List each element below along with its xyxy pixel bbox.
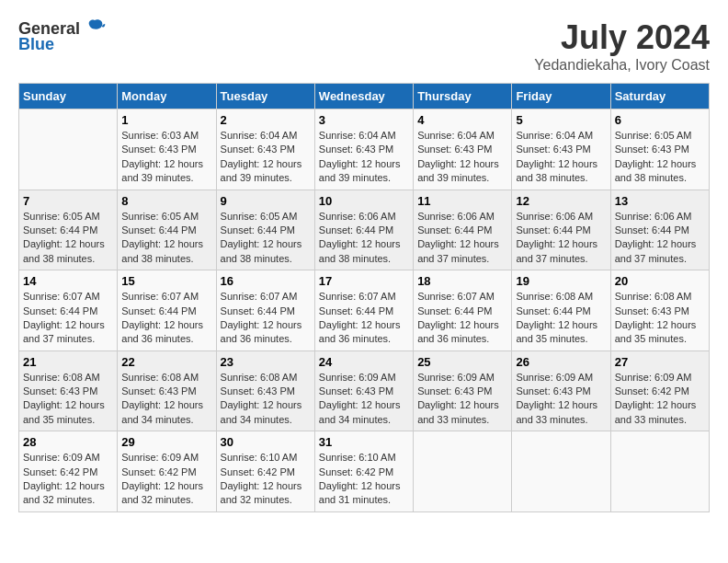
day-info: Sunrise: 6:08 AM Sunset: 6:43 PM Dayligh… [615,290,705,347]
calendar-week-row: 28Sunrise: 6:09 AM Sunset: 6:42 PM Dayli… [19,431,710,512]
calendar-cell: 19Sunrise: 6:08 AM Sunset: 6:44 PM Dayli… [512,270,610,351]
day-number: 25 [417,355,507,369]
day-number: 24 [319,355,409,369]
calendar-cell: 20Sunrise: 6:08 AM Sunset: 6:43 PM Dayli… [610,270,709,351]
day-info: Sunrise: 6:09 AM Sunset: 6:42 PM Dayligh… [615,371,705,428]
calendar-cell: 14Sunrise: 6:07 AM Sunset: 6:44 PM Dayli… [19,270,118,351]
day-info: Sunrise: 6:07 AM Sunset: 6:44 PM Dayligh… [417,290,507,347]
day-number: 23 [221,355,311,369]
day-number: 27 [615,355,705,369]
calendar-cell: 1Sunrise: 6:03 AM Sunset: 6:43 PM Daylig… [118,109,216,190]
title-area: July 2024 Yedandiekaha, Ivory Coast [534,18,710,74]
calendar-cell: 7Sunrise: 6:05 AM Sunset: 6:44 PM Daylig… [19,190,118,270]
calendar-cell: 3Sunrise: 6:04 AM Sunset: 6:43 PM Daylig… [314,109,413,190]
day-number: 17 [319,274,409,288]
day-info: Sunrise: 6:07 AM Sunset: 6:44 PM Dayligh… [319,290,409,347]
day-number: 14 [23,274,113,288]
day-info: Sunrise: 6:04 AM Sunset: 6:43 PM Dayligh… [221,129,311,186]
col-header-saturday: Saturday [610,84,709,109]
calendar-cell: 2Sunrise: 6:04 AM Sunset: 6:43 PM Daylig… [216,109,314,190]
day-number: 1 [121,113,211,127]
day-info: Sunrise: 6:09 AM Sunset: 6:43 PM Dayligh… [417,371,507,428]
day-number: 16 [221,274,311,288]
day-info: Sunrise: 6:09 AM Sunset: 6:42 PM Dayligh… [23,451,113,508]
calendar-cell [512,431,610,512]
day-info: Sunrise: 6:07 AM Sunset: 6:44 PM Dayligh… [23,290,113,347]
calendar-cell: 23Sunrise: 6:08 AM Sunset: 6:43 PM Dayli… [216,350,314,431]
calendar-cell: 30Sunrise: 6:10 AM Sunset: 6:42 PM Dayli… [216,431,314,512]
calendar-week-row: 14Sunrise: 6:07 AM Sunset: 6:44 PM Dayli… [19,270,710,351]
day-number: 30 [221,435,311,449]
calendar-week-row: 7Sunrise: 6:05 AM Sunset: 6:44 PM Daylig… [19,190,710,270]
calendar-cell: 31Sunrise: 6:10 AM Sunset: 6:42 PM Dayli… [314,431,413,512]
calendar-cell: 18Sunrise: 6:07 AM Sunset: 6:44 PM Dayli… [414,270,512,351]
calendar-cell [19,109,118,190]
day-info: Sunrise: 6:09 AM Sunset: 6:43 PM Dayligh… [516,371,606,428]
day-number: 28 [23,435,113,449]
day-info: Sunrise: 6:06 AM Sunset: 6:44 PM Dayligh… [417,210,507,267]
calendar-header-row: SundayMondayTuesdayWednesdayThursdayFrid… [19,84,710,109]
day-info: Sunrise: 6:05 AM Sunset: 6:44 PM Dayligh… [221,210,311,267]
month-year: July 2024 [534,18,710,57]
calendar-cell: 15Sunrise: 6:07 AM Sunset: 6:44 PM Dayli… [118,270,216,351]
day-number: 22 [121,355,211,369]
calendar-cell [610,431,709,512]
logo-bird-icon [84,18,106,39]
day-number: 21 [23,355,113,369]
day-number: 9 [221,194,311,208]
calendar-cell: 5Sunrise: 6:04 AM Sunset: 6:43 PM Daylig… [512,109,610,190]
day-number: 20 [615,274,705,288]
day-number: 26 [516,355,606,369]
calendar-cell: 4Sunrise: 6:04 AM Sunset: 6:43 PM Daylig… [414,109,512,190]
day-number: 7 [23,194,113,208]
calendar-cell: 24Sunrise: 6:09 AM Sunset: 6:43 PM Dayli… [314,350,413,431]
day-info: Sunrise: 6:05 AM Sunset: 6:44 PM Dayligh… [23,210,113,267]
calendar-cell: 11Sunrise: 6:06 AM Sunset: 6:44 PM Dayli… [414,190,512,270]
col-header-friday: Friday [512,84,610,109]
calendar-cell: 28Sunrise: 6:09 AM Sunset: 6:42 PM Dayli… [19,431,118,512]
day-number: 31 [319,435,409,449]
day-number: 15 [121,274,211,288]
calendar-cell: 25Sunrise: 6:09 AM Sunset: 6:43 PM Dayli… [414,350,512,431]
day-info: Sunrise: 6:07 AM Sunset: 6:44 PM Dayligh… [221,290,311,347]
day-number: 19 [516,274,606,288]
calendar-cell: 6Sunrise: 6:05 AM Sunset: 6:43 PM Daylig… [610,109,709,190]
col-header-monday: Monday [118,84,216,109]
col-header-tuesday: Tuesday [216,84,314,109]
day-info: Sunrise: 6:06 AM Sunset: 6:44 PM Dayligh… [319,210,409,267]
calendar-cell: 12Sunrise: 6:06 AM Sunset: 6:44 PM Dayli… [512,190,610,270]
day-info: Sunrise: 6:06 AM Sunset: 6:44 PM Dayligh… [615,210,705,267]
calendar-cell: 10Sunrise: 6:06 AM Sunset: 6:44 PM Dayli… [314,190,413,270]
day-number: 12 [516,194,606,208]
calendar-cell: 26Sunrise: 6:09 AM Sunset: 6:43 PM Dayli… [512,350,610,431]
calendar-cell: 9Sunrise: 6:05 AM Sunset: 6:44 PM Daylig… [216,190,314,270]
day-info: Sunrise: 6:07 AM Sunset: 6:44 PM Dayligh… [121,290,211,347]
day-number: 18 [417,274,507,288]
day-info: Sunrise: 6:10 AM Sunset: 6:42 PM Dayligh… [319,451,409,508]
col-header-thursday: Thursday [414,84,512,109]
col-header-sunday: Sunday [19,84,118,109]
day-info: Sunrise: 6:08 AM Sunset: 6:43 PM Dayligh… [221,371,311,428]
page-header: General Blue July 2024 Yedandiekaha, Ivo… [18,18,710,74]
location: Yedandiekaha, Ivory Coast [534,57,710,74]
day-info: Sunrise: 6:09 AM Sunset: 6:42 PM Dayligh… [121,451,211,508]
day-info: Sunrise: 6:08 AM Sunset: 6:43 PM Dayligh… [121,371,211,428]
day-info: Sunrise: 6:04 AM Sunset: 6:43 PM Dayligh… [516,129,606,186]
day-number: 11 [417,194,507,208]
day-info: Sunrise: 6:06 AM Sunset: 6:44 PM Dayligh… [516,210,606,267]
day-number: 5 [516,113,606,127]
day-info: Sunrise: 6:08 AM Sunset: 6:44 PM Dayligh… [516,290,606,347]
calendar-cell: 17Sunrise: 6:07 AM Sunset: 6:44 PM Dayli… [314,270,413,351]
day-number: 8 [121,194,211,208]
logo-blue: Blue [18,35,54,54]
day-number: 10 [319,194,409,208]
calendar-table: SundayMondayTuesdayWednesdayThursdayFrid… [18,83,710,512]
calendar-cell: 22Sunrise: 6:08 AM Sunset: 6:43 PM Dayli… [118,350,216,431]
day-number: 13 [615,194,705,208]
day-info: Sunrise: 6:05 AM Sunset: 6:44 PM Dayligh… [121,210,211,267]
day-info: Sunrise: 6:08 AM Sunset: 6:43 PM Dayligh… [23,371,113,428]
day-number: 3 [319,113,409,127]
day-info: Sunrise: 6:05 AM Sunset: 6:43 PM Dayligh… [615,129,705,186]
calendar-cell: 27Sunrise: 6:09 AM Sunset: 6:42 PM Dayli… [610,350,709,431]
calendar-cell: 21Sunrise: 6:08 AM Sunset: 6:43 PM Dayli… [19,350,118,431]
